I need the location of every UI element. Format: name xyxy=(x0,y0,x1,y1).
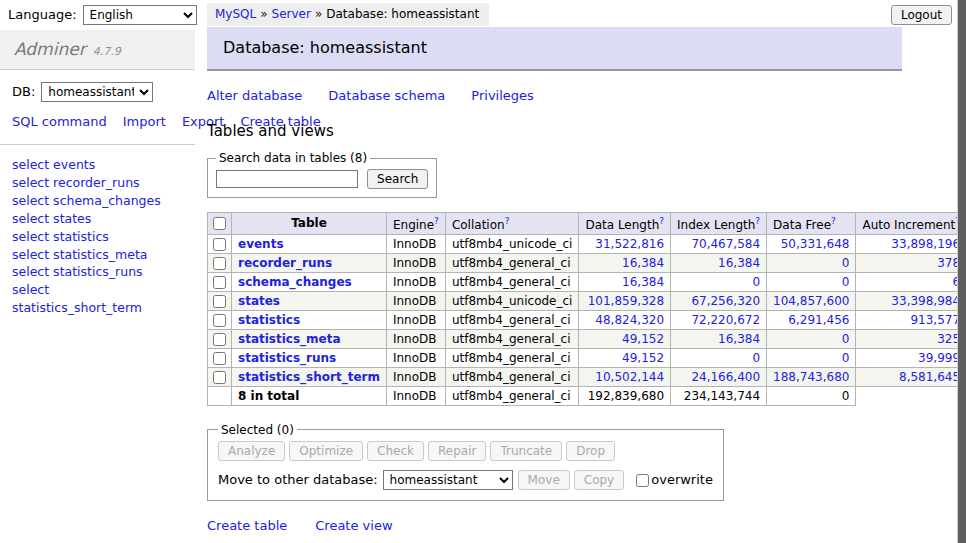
index-length-cell-link[interactable]: 67,256,320 xyxy=(691,294,760,308)
database-action-link[interactable]: Privileges xyxy=(471,88,534,103)
row-checkbox[interactable] xyxy=(213,276,226,289)
index-length-cell-link[interactable]: 16,384 xyxy=(718,332,760,346)
data-free-cell-link[interactable]: 0 xyxy=(842,332,850,346)
row-checkbox[interactable] xyxy=(213,238,226,251)
create-links: Create tableCreate view xyxy=(207,518,907,533)
index-length-cell: 24,166,400 xyxy=(671,367,767,386)
help-link[interactable]: ? xyxy=(831,216,836,226)
auto-increment-cell: 33,898,196 xyxy=(856,234,966,253)
engine-cell: InnoDB xyxy=(386,291,445,310)
check-button[interactable]: Check xyxy=(367,441,424,461)
sidebar-table-link[interactable]: select recorder_runs xyxy=(12,174,183,192)
data-free-cell-link[interactable]: 6,291,456 xyxy=(788,313,849,327)
sidebar-table-link[interactable]: select schema_changes xyxy=(12,192,183,210)
auto-increment-cell-link[interactable]: 913,577 xyxy=(910,313,960,327)
create-link[interactable]: Create view xyxy=(315,518,392,533)
data-length-cell-link[interactable]: 16,384 xyxy=(622,256,664,270)
help-link[interactable]: ? xyxy=(659,216,664,226)
create-link[interactable]: Create table xyxy=(207,518,287,533)
table-row: recorder_runsInnoDButf8mb4_general_ci16,… xyxy=(208,253,966,272)
data-free-cell-link[interactable]: 0 xyxy=(842,351,850,365)
table-name-link[interactable]: statistics xyxy=(238,313,300,327)
auto-increment-cell-link[interactable]: 39,999 xyxy=(918,351,960,365)
auto-increment-cell-link[interactable]: 8,581,645 xyxy=(899,370,960,384)
sidebar-table-link[interactable]: select statistics_short_term xyxy=(12,281,183,317)
sidebar-table-link[interactable]: select statistics_runs xyxy=(12,263,183,281)
auto-increment-cell-link[interactable]: 33,398,984 xyxy=(891,294,960,308)
help-link[interactable]: ? xyxy=(434,216,439,226)
data-free-cell-link[interactable]: 188,743,680 xyxy=(773,370,849,384)
index-length-cell-link[interactable]: 0 xyxy=(752,351,760,365)
data-length-cell-link[interactable]: 48,824,320 xyxy=(595,313,664,327)
optimize-button[interactable]: Optimize xyxy=(289,441,363,461)
auto-increment-cell: 6 xyxy=(856,272,966,291)
table-name-cell: statistics_runs xyxy=(232,348,387,367)
database-action-link[interactable]: Database schema xyxy=(328,88,445,103)
index-length-cell-link[interactable]: 70,467,584 xyxy=(691,237,760,251)
sidebar-table-link[interactable]: select statistics xyxy=(12,228,183,246)
row-checkbox[interactable] xyxy=(213,257,226,270)
data-length-cell-link[interactable]: 49,152 xyxy=(622,332,664,346)
index-length-cell-link[interactable]: 72,220,672 xyxy=(691,313,760,327)
data-free-cell: 188,743,680 xyxy=(767,367,856,386)
table-name-cell: schema_changes xyxy=(232,272,387,291)
index-length-cell-link[interactable]: 16,384 xyxy=(718,256,760,270)
help-link[interactable]: ? xyxy=(505,216,510,226)
data-length-cell-link[interactable]: 31,522,816 xyxy=(595,237,664,251)
selected-legend: Selected (0) xyxy=(218,423,297,437)
overwrite-checkbox[interactable] xyxy=(636,474,649,487)
index-length-cell-link[interactable]: 24,166,400 xyxy=(691,370,760,384)
copy-button[interactable]: Copy xyxy=(574,470,624,490)
table-name-link[interactable]: states xyxy=(238,294,280,308)
row-checkbox[interactable] xyxy=(213,333,226,346)
app-version[interactable]: 4.7.9 xyxy=(93,45,121,58)
sidebar-action-link[interactable]: Import xyxy=(123,114,166,129)
data-free-cell-link[interactable]: 104,857,600 xyxy=(773,294,849,308)
index-length-cell-link[interactable]: 0 xyxy=(752,275,760,289)
sidebar-table-link[interactable]: select statistics_meta xyxy=(12,246,183,264)
data-length-cell-link[interactable]: 16,384 xyxy=(622,275,664,289)
move-database-select[interactable]: homeassistant xyxy=(383,470,513,490)
table-name-link[interactable]: statistics_runs xyxy=(238,351,336,365)
analyze-button[interactable]: Analyze xyxy=(218,441,285,461)
data-free-cell-link[interactable]: 50,331,648 xyxy=(781,237,850,251)
auto-increment-cell: 8,581,645 xyxy=(856,367,966,386)
help-link[interactable]: ? xyxy=(755,216,760,226)
sidebar-table-link[interactable]: select events xyxy=(12,156,183,174)
db-label: DB: xyxy=(12,84,35,99)
data-length-cell: 49,152 xyxy=(579,348,671,367)
auto-increment-cell-link[interactable]: 33,898,196 xyxy=(891,237,960,251)
engine-cell: InnoDB xyxy=(386,253,445,272)
data-length-cell-link[interactable]: 10,502,144 xyxy=(595,370,664,384)
data-free-cell-link[interactable]: 0 xyxy=(842,256,850,270)
repair-button[interactable]: Repair xyxy=(428,441,486,461)
move-button[interactable]: Move xyxy=(518,470,570,490)
row-checkbox[interactable] xyxy=(213,295,226,308)
index-length-cell: 16,384 xyxy=(671,329,767,348)
row-checkbox-cell xyxy=(208,253,232,272)
auto-increment-cell: 378 xyxy=(856,253,966,272)
select-all-checkbox[interactable] xyxy=(213,217,226,230)
db-select[interactable]: homeassistant xyxy=(41,82,153,102)
table-name-link[interactable]: schema_changes xyxy=(238,275,352,289)
row-checkbox[interactable] xyxy=(213,314,226,327)
table-name-link[interactable]: events xyxy=(238,237,284,251)
data-length-cell-link[interactable]: 101,859,328 xyxy=(588,294,664,308)
row-checkbox[interactable] xyxy=(213,371,226,384)
selected-fieldset: Selected (0) AnalyzeOptimizeCheckRepairT… xyxy=(207,423,724,501)
data-free-cell-link[interactable]: 0 xyxy=(842,275,850,289)
table-name-link[interactable]: recorder_runs xyxy=(238,256,332,270)
page-title: Database: homeassistant xyxy=(207,27,902,71)
search-input[interactable] xyxy=(216,170,358,188)
search-button[interactable]: Search xyxy=(367,169,428,189)
table-name-link[interactable]: statistics_meta xyxy=(238,332,341,346)
data-length-cell-link[interactable]: 49,152 xyxy=(622,351,664,365)
database-action-link[interactable]: Alter database xyxy=(207,88,302,103)
sidebar-action-link[interactable]: SQL command xyxy=(12,114,107,129)
table-name-link[interactable]: statistics_short_term xyxy=(238,370,380,384)
vertical-scrollbar[interactable] xyxy=(957,0,966,543)
drop-button[interactable]: Drop xyxy=(566,441,615,461)
sidebar-table-link[interactable]: select states xyxy=(12,210,183,228)
truncate-button[interactable]: Truncate xyxy=(490,441,562,461)
row-checkbox[interactable] xyxy=(213,352,226,365)
